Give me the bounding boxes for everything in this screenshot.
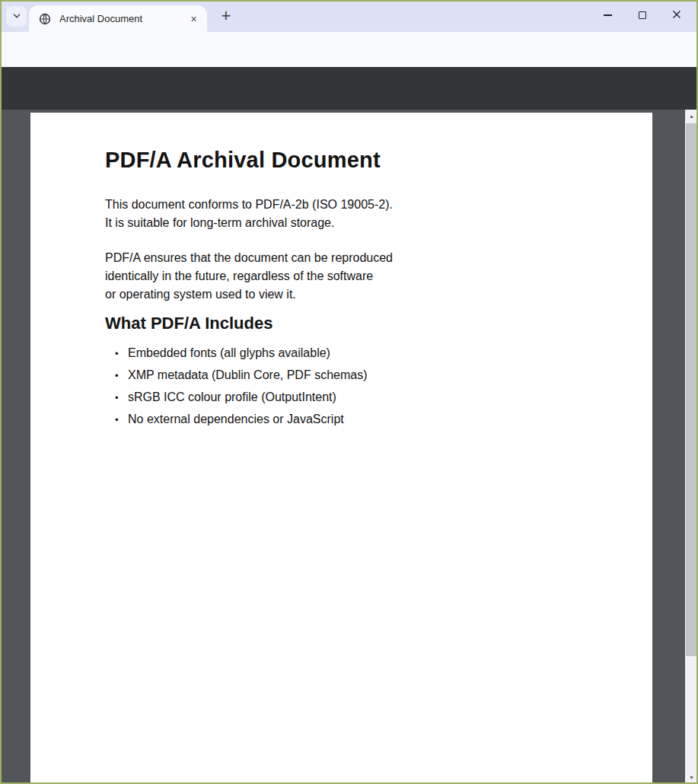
tab-search-button[interactable] (6, 6, 27, 27)
text-line: identically in the future, regardless of… (105, 267, 607, 285)
scroll-up-button[interactable]: ▲ (685, 110, 698, 123)
bullet-list: Embedded fonts (all glyphs available) XM… (105, 346, 607, 425)
document-content: PDF/A Archival Document This document co… (30, 113, 652, 425)
section-heading: What PDF/A Includes (105, 314, 607, 333)
window-maximize-button[interactable] (625, 0, 659, 30)
maximize-icon (639, 11, 646, 19)
document-heading: PDF/A Archival Document (105, 148, 607, 173)
body-paragraph: PDF/A ensures that the document can be r… (105, 249, 607, 304)
text-line: PDF/A ensures that the document can be r… (105, 249, 607, 267)
text-line: or operating system used to view it. (105, 285, 607, 304)
tab-close-button[interactable]: × (187, 12, 200, 25)
window-minimize-button[interactable] (591, 0, 625, 30)
browser-toolbar: File C:/development/PDFPrime/examples/sp… (0, 32, 698, 67)
new-tab-button[interactable]: + (215, 5, 237, 27)
window-close-button[interactable] (659, 0, 693, 30)
chevron-down-icon (12, 10, 21, 24)
globe-favicon-icon (39, 13, 51, 25)
scrollbar-thumb[interactable] (686, 123, 697, 656)
list-item: Embedded fonts (all glyphs available) (105, 346, 607, 359)
text-line: This document conforms to PDF/A-2b (ISO … (105, 196, 607, 214)
pdf-viewer-toolbar: Archival Document 1 / 1 − 100% + ⋮ (0, 67, 698, 110)
tab-title: Archival Document (59, 13, 142, 24)
tab-strip: Archival Document × + (0, 0, 698, 32)
window-controls (591, 0, 693, 30)
pdf-page: PDF/A Archival Document This document co… (30, 113, 652, 784)
pdf-viewer-area: PDF/A Archival Document This document co… (0, 110, 698, 784)
scroll-down-button[interactable]: ▼ (685, 771, 698, 784)
vertical-scrollbar[interactable]: ▲ ▼ (685, 110, 698, 784)
list-item: No external dependencies or JavaScript (105, 413, 607, 425)
intro-paragraph: This document conforms to PDF/A-2b (ISO … (105, 196, 607, 232)
minimize-icon (604, 14, 612, 15)
close-icon (672, 8, 681, 22)
list-item: XMP metadata (Dublin Core, PDF schemas) (105, 368, 607, 381)
browser-tab-active[interactable]: Archival Document × (29, 5, 207, 32)
list-item: sRGB ICC colour profile (OutputIntent) (105, 390, 607, 403)
text-line: It is suitable for long-term archival st… (105, 214, 607, 232)
